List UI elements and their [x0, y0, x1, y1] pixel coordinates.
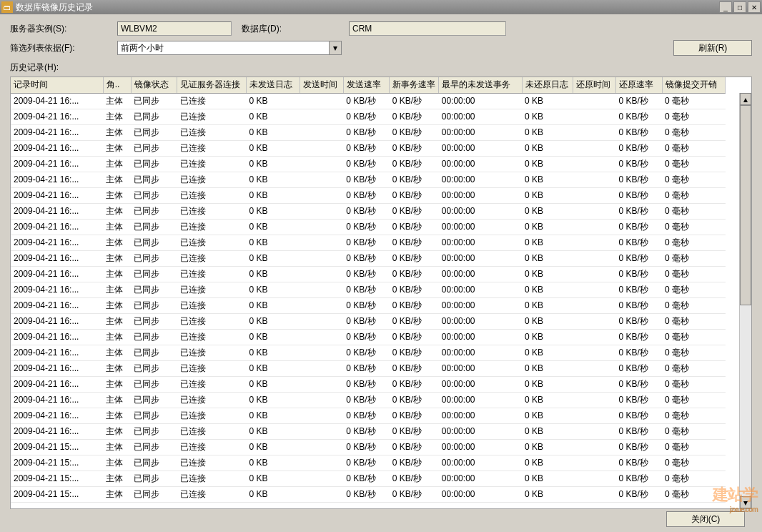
filter-combo-input[interactable] [117, 41, 329, 55]
table-row[interactable]: 2009-04-21 16:...主体已同步已连接0 KB0 KB/秒0 KB/… [11, 313, 726, 329]
table-row[interactable]: 2009-04-21 15:...主体已同步已连接0 KB0 KB/秒0 KB/… [11, 486, 726, 502]
table-row[interactable]: 2009-04-21 16:...主体已同步已连接0 KB0 KB/秒0 KB/… [11, 408, 726, 423]
table-cell: 0 KB [522, 124, 573, 140]
table-row[interactable]: 2009-04-21 16:...主体已同步已连接0 KB0 KB/秒0 KB/… [11, 140, 726, 156]
table-row[interactable]: 2009-04-21 15:...主体已同步已连接0 KB0 KB/秒0 KB/… [11, 455, 726, 471]
scroll-thumb[interactable] [740, 105, 751, 305]
table-row[interactable]: 2009-04-21 16:...主体已同步已连接0 KB0 KB/秒0 KB/… [11, 235, 726, 250]
table-row[interactable]: 2009-04-21 16:...主体已同步已连接0 KB0 KB/秒0 KB/… [11, 360, 726, 376]
table-cell: 0 毫秒 [662, 140, 725, 156]
table-row[interactable]: 2009-04-21 16:...主体已同步已连接0 KB0 KB/秒0 KB/… [11, 392, 726, 408]
table-cell: 00:00:00 [439, 203, 522, 219]
table-cell: 主体 [103, 376, 131, 392]
table-cell: 已同步 [131, 156, 177, 172]
filter-combo-dropdown[interactable]: ▾ [329, 41, 342, 55]
scroll-up-icon[interactable]: ▴ [740, 93, 751, 105]
table-cell: 主体 [103, 187, 131, 203]
table-cell: 0 KB/秒 [343, 455, 390, 471]
table-cell: 已同步 [131, 187, 177, 203]
table-cell: 0 KB/秒 [390, 345, 439, 360]
table-cell: 00:00:00 [439, 329, 522, 345]
column-header[interactable]: 记录时间 [11, 77, 103, 93]
table-cell: 主体 [103, 250, 131, 266]
column-header[interactable]: 见证服务器连接 [177, 77, 247, 93]
table-row[interactable]: 2009-04-21 16:...主体已同步已连接0 KB0 KB/秒0 KB/… [11, 93, 726, 109]
table-cell: 2009-04-21 15:... [11, 486, 103, 502]
table-row[interactable]: 2009-04-21 16:...主体已同步已连接0 KB0 KB/秒0 KB/… [11, 376, 726, 392]
table-cell [300, 345, 343, 360]
scroll-down-icon[interactable]: ▾ [740, 496, 751, 508]
table-cell: 主体 [103, 266, 131, 282]
table-row[interactable]: 2009-04-21 16:...主体已同步已连接0 KB0 KB/秒0 KB/… [11, 203, 726, 219]
server-label: 服务器实例(S): [10, 23, 117, 35]
table-cell: 00:00:00 [439, 235, 522, 250]
column-header[interactable]: 发送时间 [300, 77, 343, 93]
table-cell: 已连接 [177, 486, 247, 502]
column-header[interactable]: 还原时间 [573, 77, 615, 93]
table-cell: 已连接 [177, 124, 247, 140]
table-cell: 0 KB [247, 486, 300, 502]
vertical-scrollbar[interactable]: ▴ ▾ [739, 93, 751, 508]
table-cell: 0 KB [247, 360, 300, 376]
table-cell: 已连接 [177, 109, 247, 124]
table-cell: 已连接 [177, 392, 247, 408]
column-header[interactable]: 新事务速率 [390, 77, 439, 93]
table-cell: 00:00:00 [439, 297, 522, 313]
table-cell: 0 KB/秒 [615, 423, 662, 439]
table-row[interactable]: 2009-04-21 16:...主体已同步已连接0 KB0 KB/秒0 KB/… [11, 297, 726, 313]
table-cell: 0 KB/秒 [390, 376, 439, 392]
column-header[interactable]: 镜像状态 [131, 77, 177, 93]
table-row[interactable]: 2009-04-21 16:...主体已同步已连接0 KB0 KB/秒0 KB/… [11, 156, 726, 172]
table-row[interactable]: 2009-04-21 16:...主体已同步已连接0 KB0 KB/秒0 KB/… [11, 250, 726, 266]
table-cell [573, 408, 615, 423]
table-row[interactable]: 2009-04-21 16:...主体已同步已连接0 KB0 KB/秒0 KB/… [11, 187, 726, 203]
table-cell: 已连接 [177, 250, 247, 266]
table-cell: 主体 [103, 486, 131, 502]
table-row[interactable]: 2009-04-21 16:...主体已同步已连接0 KB0 KB/秒0 KB/… [11, 219, 726, 235]
table-cell: 已同步 [131, 486, 177, 502]
table-row[interactable]: 2009-04-21 16:...主体已同步已连接0 KB0 KB/秒0 KB/… [11, 423, 726, 439]
table-row[interactable]: 2009-04-21 16:...主体已同步已连接0 KB0 KB/秒0 KB/… [11, 172, 726, 187]
table-cell: 0 KB [247, 408, 300, 423]
table-row[interactable]: 2009-04-21 15:...主体已同步已连接0 KB0 KB/秒0 KB/… [11, 471, 726, 486]
column-header[interactable]: 镜像提交开销 [662, 77, 725, 93]
column-header[interactable]: 未还原日志 [522, 77, 573, 93]
column-header[interactable]: 发送速率 [343, 77, 390, 93]
table-cell [573, 345, 615, 360]
table-cell: 00:00:00 [439, 172, 522, 187]
table-cell: 0 KB [247, 455, 300, 471]
table-cell: 0 毫秒 [662, 439, 725, 455]
table-cell: 2009-04-21 16:... [11, 392, 103, 408]
column-header[interactable]: 未发送日志 [247, 77, 300, 93]
database-input[interactable] [349, 21, 506, 36]
refresh-button[interactable]: 刷新(R) [673, 40, 752, 56]
table-cell: 0 KB/秒 [615, 140, 662, 156]
table-row[interactable]: 2009-04-21 15:...主体已同步已连接0 KB0 KB/秒0 KB/… [11, 439, 726, 455]
table-cell: 已连接 [177, 408, 247, 423]
server-input[interactable] [117, 21, 232, 36]
table-row[interactable]: 2009-04-21 16:...主体已同步已连接0 KB0 KB/秒0 KB/… [11, 124, 726, 140]
table-row[interactable]: 2009-04-21 16:...主体已同步已连接0 KB0 KB/秒0 KB/… [11, 345, 726, 360]
column-header[interactable]: 最早的未发送事务 [439, 77, 522, 93]
table-cell [300, 297, 343, 313]
column-header[interactable]: 还原速率 [615, 77, 662, 93]
table-cell: 00:00:00 [439, 392, 522, 408]
table-row[interactable]: 2009-04-21 16:...主体已同步已连接0 KB0 KB/秒0 KB/… [11, 282, 726, 297]
column-header[interactable]: 角.. [103, 77, 131, 93]
table-row[interactable]: 2009-04-21 16:...主体已同步已连接0 KB0 KB/秒0 KB/… [11, 109, 726, 124]
minimize-button[interactable]: _ [719, 1, 732, 13]
table-cell: 0 毫秒 [662, 250, 725, 266]
table-cell [300, 392, 343, 408]
table-cell [573, 376, 615, 392]
table-cell: 0 KB [247, 266, 300, 282]
table-row[interactable]: 2009-04-21 16:...主体已同步已连接0 KB0 KB/秒0 KB/… [11, 266, 726, 282]
table-cell: 0 KB/秒 [343, 329, 390, 345]
close-button[interactable]: ✕ [748, 1, 761, 13]
table-row[interactable]: 2009-04-21 16:...主体已同步已连接0 KB0 KB/秒0 KB/… [11, 329, 726, 345]
table-cell: 2009-04-21 16:... [11, 203, 103, 219]
filter-combo[interactable]: ▾ [117, 41, 342, 55]
table-cell: 已连接 [177, 219, 247, 235]
close-dialog-button[interactable]: 关闭(C) [666, 511, 745, 527]
maximize-button[interactable]: □ [733, 1, 746, 13]
table-cell [300, 486, 343, 502]
